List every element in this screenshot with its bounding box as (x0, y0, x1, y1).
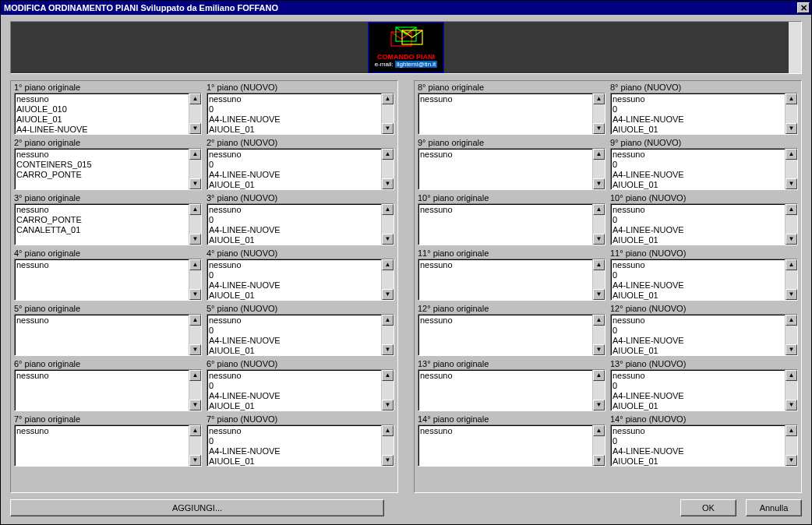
list-item[interactable]: nessuno (420, 426, 591, 436)
list-item[interactable]: 0 (209, 160, 380, 170)
scroll-down-button[interactable]: ▼ (593, 123, 605, 134)
left-originale-7-listbox[interactable]: nessuno▲▼ (14, 425, 202, 467)
right-originale-7-listbox[interactable]: nessuno▲▼ (418, 425, 605, 467)
left-nuovo-5-listbox[interactable]: nessuno0A4-LINEE-NUOVEAIUOLE_01▲▼ (207, 314, 394, 356)
close-button[interactable]: ✕ (797, 2, 810, 13)
scroll-up-button[interactable]: ▲ (382, 93, 394, 104)
scroll-up-button[interactable]: ▲ (786, 315, 797, 326)
scroll-down-button[interactable]: ▼ (786, 289, 797, 300)
scroll-up-button[interactable]: ▲ (189, 315, 201, 326)
scroll-up-button[interactable]: ▲ (786, 259, 797, 270)
list-item[interactable]: A4-LINEE-NUOVE (209, 115, 380, 125)
right-originale-5-listbox[interactable]: nessuno▲▼ (418, 314, 605, 356)
right-originale-3-scrollbar[interactable]: ▲▼ (592, 204, 605, 245)
left-originale-2-listbox[interactable]: nessunoCONTEINERS_015CARRO_PONTE▲▼ (14, 148, 202, 190)
scroll-down-button[interactable]: ▼ (593, 289, 605, 300)
right-originale-1-listbox[interactable]: nessuno▲▼ (418, 93, 605, 135)
scroll-up-button[interactable]: ▲ (189, 204, 201, 215)
list-item[interactable]: 0 (613, 381, 783, 391)
right-originale-3-listbox[interactable]: nessuno▲▼ (418, 203, 605, 245)
scroll-up-button[interactable]: ▲ (189, 149, 201, 160)
scroll-down-button[interactable]: ▼ (786, 234, 797, 245)
list-item[interactable]: nessuno (613, 371, 783, 381)
left-nuovo-1-scrollbar[interactable]: ▲▼ (381, 93, 394, 134)
list-item[interactable]: A4-LINEE-NUOVE (209, 446, 380, 456)
list-item[interactable]: AIUOLE_010 (16, 104, 187, 115)
left-originale-3-scrollbar[interactable]: ▲▼ (189, 204, 201, 245)
list-item[interactable]: 0 (613, 215, 783, 225)
list-item[interactable]: nessuno (420, 371, 591, 381)
annulla-button[interactable]: Annulla (746, 499, 802, 516)
list-item[interactable]: AIUOLE_01 (209, 456, 380, 466)
list-item[interactable]: 0 (613, 104, 783, 115)
left-nuovo-6-listbox[interactable]: nessuno0A4-LINEE-NUOVEAIUOLE_01▲▼ (207, 369, 394, 411)
list-item[interactable]: AIUOLE_01 (16, 115, 187, 125)
scroll-down-button[interactable]: ▼ (786, 178, 797, 189)
scroll-up-button[interactable]: ▲ (593, 425, 605, 436)
scroll-down-button[interactable]: ▼ (382, 234, 394, 245)
scroll-down-button[interactable]: ▼ (189, 455, 201, 466)
list-item[interactable]: A4-LINEE-NUOVE (613, 391, 783, 401)
right-nuovo-1-scrollbar[interactable]: ▲▼ (785, 93, 797, 134)
list-item[interactable]: nessuno (209, 150, 380, 160)
scroll-down-button[interactable]: ▼ (382, 400, 394, 410)
right-originale-1-scrollbar[interactable]: ▲▼ (592, 93, 605, 134)
list-item[interactable]: AIUOLE_01 (613, 291, 783, 300)
right-nuovo-2-listbox[interactable]: nessuno0A4-LINEE-NUOVEAIUOLE_01▲▼ (610, 148, 798, 190)
right-originale-6-listbox[interactable]: nessuno▲▼ (418, 369, 605, 411)
right-originale-7-scrollbar[interactable]: ▲▼ (592, 425, 605, 466)
scroll-up-button[interactable]: ▲ (593, 204, 605, 215)
left-nuovo-4-scrollbar[interactable]: ▲▼ (381, 259, 394, 300)
left-nuovo-3-scrollbar[interactable]: ▲▼ (381, 204, 394, 245)
list-item[interactable]: nessuno (209, 426, 380, 436)
list-item[interactable]: AIUOLE_01 (209, 346, 380, 355)
list-item[interactable]: nessuno (420, 150, 591, 160)
scroll-down-button[interactable]: ▼ (593, 234, 605, 245)
list-item[interactable]: nessuno (420, 94, 591, 104)
right-nuovo-3-listbox[interactable]: nessuno0A4-LINEE-NUOVEAIUOLE_01▲▼ (610, 203, 798, 245)
list-item[interactable]: CONTEINERS_015 (16, 160, 187, 170)
left-originale-4-scrollbar[interactable]: ▲▼ (189, 259, 201, 300)
scroll-up-button[interactable]: ▲ (786, 425, 797, 436)
list-item[interactable]: CANALETTA_01 (16, 225, 187, 235)
scroll-up-button[interactable]: ▲ (189, 93, 201, 104)
scroll-up-button[interactable]: ▲ (593, 259, 605, 270)
list-item[interactable]: 0 (613, 270, 783, 280)
scroll-up-button[interactable]: ▲ (593, 370, 605, 381)
list-item[interactable]: nessuno (613, 315, 783, 326)
right-originale-4-scrollbar[interactable]: ▲▼ (592, 259, 605, 300)
right-nuovo-6-listbox[interactable]: nessuno0A4-LINEE-NUOVEAIUOLE_01▲▼ (610, 369, 798, 411)
list-item[interactable]: nessuno (16, 150, 187, 160)
right-nuovo-1-listbox[interactable]: nessuno0A4-LINEE-NUOVEAIUOLE_01▲▼ (610, 93, 798, 135)
scroll-up-button[interactable]: ▲ (382, 149, 394, 160)
left-nuovo-4-listbox[interactable]: nessuno0A4-LINEE-NUOVEAIUOLE_01▲▼ (207, 259, 394, 301)
left-originale-5-listbox[interactable]: nessuno▲▼ (14, 314, 202, 356)
left-nuovo-7-listbox[interactable]: nessuno0A4-LINEE-NUOVEAIUOLE_01▲▼ (207, 425, 394, 467)
scroll-down-button[interactable]: ▼ (189, 344, 201, 355)
list-item[interactable]: nessuno (613, 260, 783, 270)
list-item[interactable]: 0 (209, 270, 380, 280)
list-item[interactable]: nessuno (16, 260, 187, 270)
list-item[interactable]: A4-LINEE-NUOVE (613, 170, 783, 180)
scroll-up-button[interactable]: ▲ (382, 370, 394, 381)
scroll-up-button[interactable]: ▲ (382, 315, 394, 326)
left-nuovo-1-listbox[interactable]: nessuno0A4-LINEE-NUOVEAIUOLE_01▲▼ (207, 93, 394, 135)
right-originale-2-listbox[interactable]: nessuno▲▼ (418, 148, 605, 190)
list-item[interactable]: nessuno (209, 371, 380, 381)
list-item[interactable]: 0 (209, 381, 380, 391)
list-item[interactable]: nessuno (420, 315, 591, 326)
left-originale-7-scrollbar[interactable]: ▲▼ (189, 425, 201, 466)
list-item[interactable]: A4-LINEE-NUOVE (209, 225, 380, 235)
left-nuovo-6-scrollbar[interactable]: ▲▼ (381, 370, 394, 410)
scroll-down-button[interactable]: ▼ (189, 400, 201, 410)
left-nuovo-3-listbox[interactable]: nessuno0A4-LINEE-NUOVEAIUOLE_01▲▼ (207, 203, 394, 245)
scroll-down-button[interactable]: ▼ (786, 344, 797, 355)
scroll-up-button[interactable]: ▲ (786, 149, 797, 160)
list-item[interactable]: 0 (613, 160, 783, 170)
list-item[interactable]: AIUOLE_01 (209, 401, 380, 410)
list-item[interactable]: nessuno (209, 94, 380, 104)
list-item[interactable]: CARRO_PONTE (16, 215, 187, 225)
ok-button[interactable]: OK (680, 499, 736, 516)
list-item[interactable]: A4-LINEE-NUOVE (209, 336, 380, 346)
left-originale-2-scrollbar[interactable]: ▲▼ (189, 149, 201, 189)
